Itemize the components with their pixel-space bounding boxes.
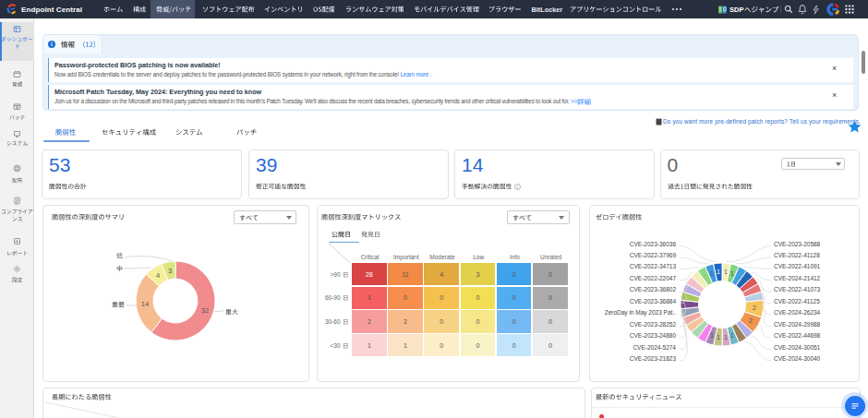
svg-text:4: 4 — [156, 271, 160, 280]
svg-text:1: 1 — [724, 269, 728, 275]
svg-text:1: 1 — [717, 334, 720, 340]
svg-text:2: 2 — [753, 305, 756, 311]
svg-text:3: 3 — [168, 267, 172, 275]
svg-text:1: 1 — [724, 334, 728, 340]
svg-text:2: 2 — [749, 317, 753, 324]
svg-text:32: 32 — [201, 306, 209, 315]
svg-text:14: 14 — [141, 300, 149, 308]
svg-text:1: 1 — [730, 270, 734, 277]
svg-text:1: 1 — [730, 332, 734, 339]
svg-text:1: 1 — [710, 332, 714, 339]
svg-text:1: 1 — [710, 270, 714, 277]
svg-text:1: 1 — [717, 269, 720, 275]
